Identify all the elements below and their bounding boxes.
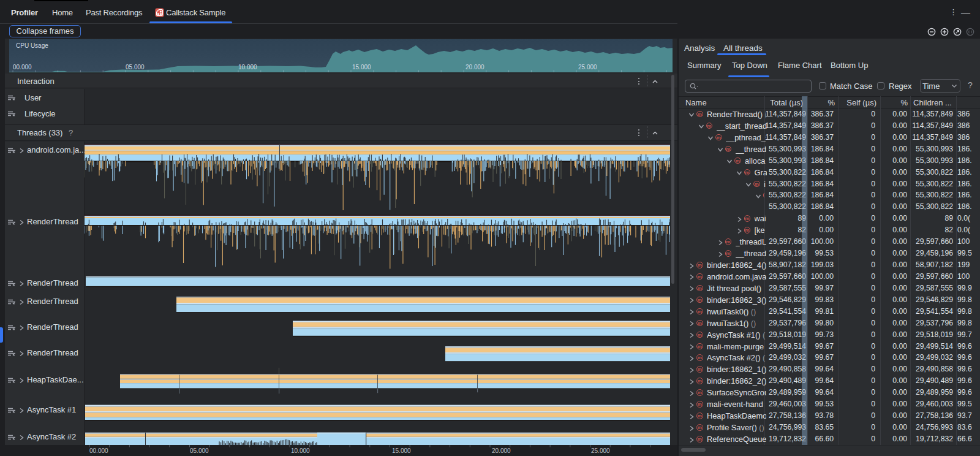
svg-text:00.000: 00.000 — [13, 64, 32, 70]
svg-text:10.000: 10.000 — [238, 64, 257, 70]
svg-text:20.000: 20.000 — [466, 64, 484, 70]
svg-text:25.000: 25.000 — [578, 64, 597, 70]
svg-text:CPU Usage: CPU Usage — [16, 42, 48, 49]
svg-text:05.000: 05.000 — [126, 64, 145, 70]
svg-text:15.000: 15.000 — [352, 64, 371, 70]
